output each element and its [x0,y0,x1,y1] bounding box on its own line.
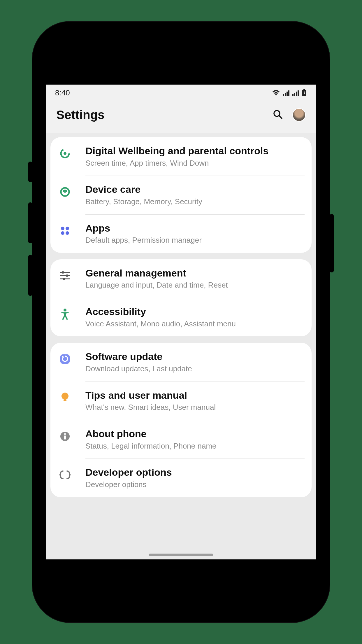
wellbeing-icon [57,145,73,162]
settings-row-sub: Voice Assistant, Mono audio, Assistant m… [85,319,303,329]
svg-rect-9 [303,89,305,90]
tips-icon [57,390,73,406]
settings-row-sub: Developer options [85,480,303,490]
phone-side-button [330,214,334,272]
settings-row-apps[interactable]: Apps Default apps, Permission manager [50,214,312,253]
settings-row-general-management[interactable]: General management Language and input, D… [50,259,312,298]
developer-options-icon [57,467,73,483]
svg-point-18 [61,231,64,235]
svg-point-28 [61,393,68,400]
settings-row-digital-wellbeing[interactable]: Digital Wellbeing and parental controls … [50,137,312,176]
settings-row-software-update[interactable]: Software update Download updates, Last u… [50,343,312,381]
svg-point-31 [64,433,66,435]
app-header: Settings [46,101,316,133]
svg-rect-5 [294,93,295,96]
svg-point-26 [64,309,66,312]
signal-icon [292,90,299,96]
settings-row-title: General management [85,267,303,279]
phone-side-button [28,202,32,243]
svg-point-23 [66,274,68,277]
search-icon [273,109,283,121]
status-time: 8:40 [55,88,70,97]
profile-avatar[interactable] [292,108,306,122]
settings-row-about-phone[interactable]: About phone Status, Legal information, P… [50,420,312,459]
svg-rect-29 [64,399,66,401]
settings-row-accessibility[interactable]: Accessibility Voice Assistant, Mono audi… [50,298,312,336]
svg-rect-32 [64,435,66,440]
settings-row-title: Developer options [85,466,303,479]
home-indicator[interactable] [149,554,213,556]
screen: 8:40 Settings [45,83,317,561]
settings-row-title: Digital Wellbeing and parental controls [85,145,303,157]
svg-point-16 [61,227,64,230]
settings-group: Software update Download updates, Last u… [50,343,312,497]
settings-row-sub: Status, Legal information, Phone name [85,441,303,451]
page-title: Settings [56,108,271,122]
svg-rect-3 [288,90,289,96]
svg-rect-7 [298,90,299,96]
svg-line-11 [279,116,282,118]
accessibility-icon [57,306,73,322]
settings-row-title: About phone [85,428,303,440]
status-bar: 8:40 [46,85,316,101]
phone-side-button [28,255,32,296]
settings-group: Digital Wellbeing and parental controls … [50,137,312,253]
svg-point-21 [62,271,64,274]
svg-rect-2 [287,92,288,96]
settings-row-sub: Screen time, App timers, Wind Down [85,158,303,168]
settings-row-sub: Battery, Storage, Memory, Security [85,197,303,207]
settings-group: General management Language and input, D… [50,259,312,337]
device-care-icon [57,184,73,200]
battery-icon [302,89,307,97]
svg-rect-1 [285,93,286,96]
signal-icon [283,90,289,96]
svg-rect-0 [283,94,284,96]
settings-row-sub: Default apps, Permission manager [85,235,303,245]
svg-point-19 [66,231,69,235]
settings-row-sub: What's new, Smart ideas, User manual [85,402,303,412]
svg-point-25 [63,278,65,280]
settings-row-title: Apps [85,222,303,235]
settings-row-tips[interactable]: Tips and user manual What's new, Smart i… [50,382,312,420]
phone-side-button [28,162,32,182]
svg-rect-4 [292,94,294,96]
svg-point-13 [64,152,66,155]
svg-point-15 [64,191,66,193]
search-button[interactable] [271,108,284,121]
sliders-icon [57,267,73,284]
settings-row-title: Tips and user manual [85,389,303,402]
software-update-icon [57,351,73,367]
svg-rect-6 [296,92,297,96]
settings-list[interactable]: Digital Wellbeing and parental controls … [46,133,316,559]
svg-point-17 [66,227,69,230]
settings-row-title: Accessibility [85,305,303,318]
settings-row-sub: Language and input, Date and time, Reset [85,280,303,290]
settings-row-title: Software update [85,350,303,363]
phone-frame: 8:40 Settings [32,22,330,622]
status-icons [272,89,307,97]
settings-row-title: Device care [85,183,303,196]
apps-icon [57,223,73,239]
settings-row-sub: Download updates, Last update [85,364,303,374]
wifi-icon [272,90,280,96]
info-icon [57,428,73,444]
settings-row-device-care[interactable]: Device care Battery, Storage, Memory, Se… [50,176,312,214]
settings-row-developer-options[interactable]: Developer options Developer options [50,459,312,497]
